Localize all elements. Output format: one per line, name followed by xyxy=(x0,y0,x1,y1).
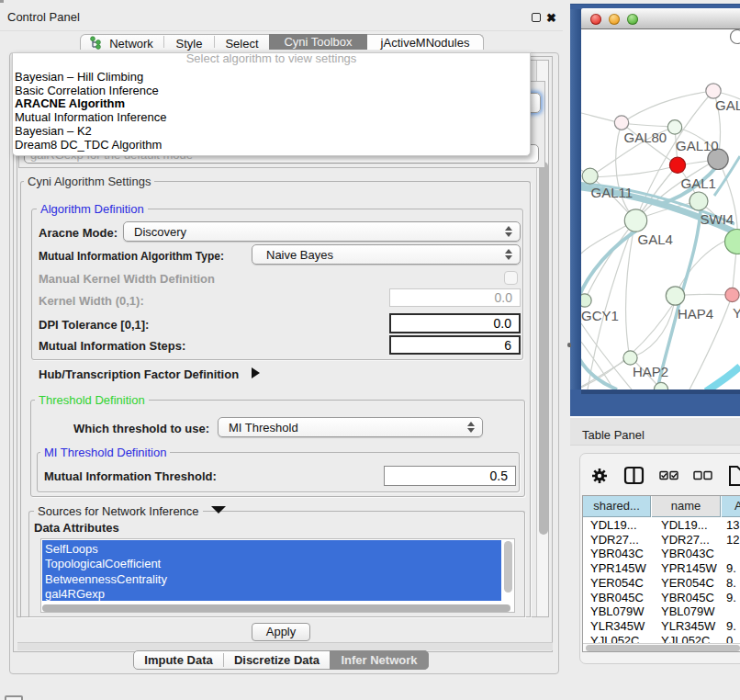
svg-text:GAL1: GAL1 xyxy=(681,175,716,191)
svg-text:GAL2: GAL2 xyxy=(715,97,740,113)
svg-text:HAP4: HAP4 xyxy=(678,306,713,322)
svg-text:GAL10: GAL10 xyxy=(676,138,719,153)
svg-text:GCY1: GCY1 xyxy=(581,308,619,323)
svg-text:HAP2: HAP2 xyxy=(633,364,668,379)
svg-text:GAL4: GAL4 xyxy=(638,231,673,247)
svg-text:GAL80: GAL80 xyxy=(624,130,667,145)
svg-text:GAL11: GAL11 xyxy=(591,185,633,200)
svg-text:Y: Y xyxy=(733,305,740,321)
svg-text:SWI4: SWI4 xyxy=(701,211,734,227)
